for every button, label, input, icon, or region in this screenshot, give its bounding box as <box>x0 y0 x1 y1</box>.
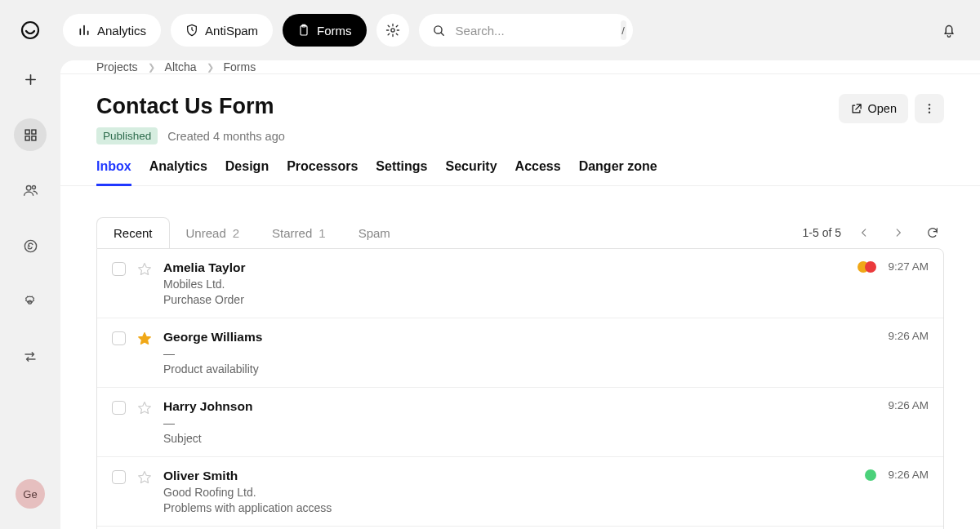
pagination: 1-5 of 5 <box>803 221 944 244</box>
message-subject: Problems with application access <box>163 501 853 514</box>
status-dot <box>865 469 876 481</box>
star-toggle[interactable] <box>137 331 152 346</box>
message-company: — <box>163 416 865 429</box>
tab-security[interactable]: Security <box>445 159 497 185</box>
nav-analytics-label: Analytics <box>97 24 146 38</box>
filter-spam[interactable]: Spam <box>342 217 407 248</box>
settings-gear-button[interactable] <box>376 14 409 47</box>
page-title: Contact Us Form <box>96 94 839 119</box>
filter-starred-count: 1 <box>318 226 325 240</box>
checkbox[interactable] <box>112 331 126 345</box>
svg-point-7 <box>24 240 36 251</box>
sidebar-billing-button[interactable] <box>14 229 47 262</box>
nav-antispam[interactable]: AntiSpam <box>171 14 273 47</box>
open-button-label: Open <box>868 102 897 115</box>
tab-inbox[interactable]: Inbox <box>96 159 131 186</box>
svg-rect-1 <box>25 130 29 134</box>
table-row[interactable]: Amelia Taylor Mobiles Ltd. Purchase Orde… <box>97 249 943 318</box>
pagination-label: 1-5 of 5 <box>803 226 841 239</box>
sidebar-settings-button[interactable] <box>14 285 47 318</box>
message-time: 9:26 AM <box>888 330 929 342</box>
message-time: 9:26 AM <box>888 399 929 411</box>
message-sender: Amelia Taylor <box>163 260 846 275</box>
sidebar: Ge <box>0 0 60 529</box>
sidebar-users-button[interactable] <box>14 174 47 207</box>
tab-access[interactable]: Access <box>515 159 561 185</box>
tab-analytics[interactable]: Analytics <box>149 159 207 185</box>
status-dots <box>865 469 876 481</box>
message-company: Mobiles Ltd. <box>163 278 846 291</box>
tab-settings[interactable]: Settings <box>376 159 427 185</box>
table-row[interactable]: George Williams — Product availability 9… <box>97 318 943 388</box>
external-link-icon <box>850 103 862 115</box>
message-list: Amelia Taylor Mobiles Ltd. Purchase Orde… <box>96 248 944 529</box>
sidebar-apps-button[interactable] <box>14 118 47 151</box>
svg-point-14 <box>929 108 930 109</box>
svg-point-0 <box>22 22 38 38</box>
status-badge: Published <box>96 127 158 144</box>
svg-rect-4 <box>31 136 35 140</box>
refresh-button[interactable] <box>921 221 944 244</box>
clipboard-icon <box>297 24 310 37</box>
breadcrumb-altcha[interactable]: Altcha <box>165 60 197 73</box>
nav-antispam-label: AntiSpam <box>205 24 258 38</box>
filter-unread-label: Unread <box>186 226 226 240</box>
star-toggle[interactable] <box>137 470 152 485</box>
filter-starred-label: Starred <box>272 226 312 240</box>
next-page-button[interactable] <box>887 221 910 244</box>
table-row[interactable]: Harry Johnson — Subject 9:26 AM <box>97 388 943 457</box>
svg-rect-3 <box>25 136 29 140</box>
checkbox[interactable] <box>112 401 126 415</box>
sidebar-add-button[interactable] <box>14 63 47 96</box>
star-toggle[interactable] <box>137 401 152 416</box>
message-company: — <box>163 347 865 360</box>
message-subject: Product availability <box>163 362 865 376</box>
svg-point-15 <box>929 111 930 113</box>
checkbox[interactable] <box>112 262 126 276</box>
nav-analytics[interactable]: Analytics <box>63 14 161 47</box>
topbar: Analytics AntiSpam Forms / <box>60 0 980 60</box>
nav-forms-label: Forms <box>317 24 352 38</box>
message-subject: Subject <box>163 432 865 445</box>
notifications-button[interactable] <box>934 16 964 45</box>
svg-point-6 <box>32 185 35 189</box>
breadcrumb-forms[interactable]: Forms <box>224 60 256 73</box>
table-row[interactable]: Oliver Smith Good Roofing Ltd. Problems … <box>97 457 943 527</box>
message-sender: George Williams <box>163 330 865 345</box>
message-company: Good Roofing Ltd. <box>163 486 853 499</box>
created-label: Created 4 months ago <box>167 130 284 143</box>
avatar[interactable]: Ge <box>16 479 45 509</box>
svg-rect-2 <box>31 130 35 134</box>
message-sender: Harry Johnson <box>163 399 865 414</box>
search-icon <box>432 24 446 38</box>
nav-forms[interactable]: Forms <box>283 14 367 47</box>
tab-danger-zone[interactable]: Danger zone <box>579 159 657 185</box>
search-input[interactable] <box>456 24 611 38</box>
search-kbd: / <box>621 20 626 40</box>
breadcrumb-projects[interactable]: Projects <box>96 60 138 73</box>
star-toggle[interactable] <box>137 262 152 277</box>
analytics-icon <box>78 24 91 37</box>
message-sender: Oliver Smith <box>163 469 853 483</box>
checkbox[interactable] <box>112 470 126 484</box>
filter-recent[interactable]: Recent <box>96 217 170 248</box>
search-field[interactable]: / <box>419 14 633 47</box>
tabs: Inbox Analytics Design Processors Settin… <box>60 144 980 186</box>
svg-point-5 <box>26 185 31 190</box>
tab-design[interactable]: Design <box>225 159 269 185</box>
sidebar-transfer-button[interactable] <box>14 340 47 373</box>
message-subject: Purchase Order <box>163 293 846 306</box>
filter-unread[interactable]: Unread 2 <box>170 217 256 248</box>
message-time: 9:27 AM <box>888 260 929 273</box>
filter-unread-count: 2 <box>233 226 239 240</box>
tab-processors[interactable]: Processors <box>287 159 358 185</box>
prev-page-button[interactable] <box>853 221 875 244</box>
chevron-right-icon: ❯ <box>148 62 155 73</box>
chevron-right-icon: ❯ <box>207 62 214 73</box>
shield-icon <box>185 24 198 37</box>
more-menu-button[interactable] <box>915 94 944 123</box>
status-dot <box>865 261 876 273</box>
filter-starred[interactable]: Starred 1 <box>256 217 342 248</box>
open-button[interactable]: Open <box>839 94 908 123</box>
svg-point-11 <box>390 29 394 32</box>
